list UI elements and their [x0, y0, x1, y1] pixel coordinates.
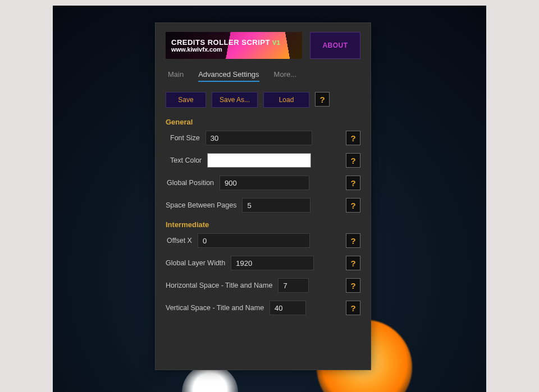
global-layer-width-input[interactable]: [231, 256, 314, 270]
horizontal-space-help-button[interactable]: ?: [346, 278, 360, 293]
text-color-help-button[interactable]: ?: [346, 153, 360, 168]
vertical-space-label: Vertical Space - Title and Name: [166, 304, 264, 312]
space-between-pages-label: Space Between Pages: [166, 201, 236, 209]
offset-x-label: Offset X: [167, 237, 192, 245]
section-title-intermediate: Intermediate: [166, 220, 360, 229]
space-between-pages-input[interactable]: [242, 198, 310, 213]
tab-main[interactable]: Main: [168, 70, 184, 82]
product-logo: CREDITS ROLLER SCRIPT v1 www.kiwivfx.com: [166, 32, 302, 59]
background-stage: CREDITS ROLLER SCRIPT v1 www.kiwivfx.com…: [53, 6, 486, 392]
tab-advanced-settings[interactable]: Advanced Settings: [198, 70, 259, 82]
product-title: CREDITS ROLLER SCRIPT: [171, 38, 270, 47]
global-layer-width-help-button[interactable]: ?: [346, 256, 360, 270]
horizontal-space-input[interactable]: [278, 278, 309, 293]
font-size-input[interactable]: [205, 131, 312, 145]
global-layer-width-label: Global Layer Width: [166, 259, 225, 267]
product-site: www.kiwivfx.com: [171, 46, 296, 53]
save-as-button[interactable]: Save As...: [212, 92, 258, 108]
global-position-help-button[interactable]: ?: [346, 176, 360, 190]
font-size-help-button[interactable]: ?: [346, 131, 360, 145]
text-color-swatch[interactable]: [207, 153, 311, 168]
tab-bar: Main Advanced Settings More...: [166, 69, 360, 86]
load-button[interactable]: Load: [263, 92, 309, 108]
space-between-pages-help-button[interactable]: ?: [346, 198, 360, 213]
settings-panel: CREDITS ROLLER SCRIPT v1 www.kiwivfx.com…: [155, 22, 371, 370]
save-button[interactable]: Save: [166, 92, 206, 108]
text-color-label: Text Color: [170, 156, 202, 164]
about-button[interactable]: ABOUT: [310, 32, 360, 59]
section-title-general: General: [166, 118, 360, 126]
offset-x-help-button[interactable]: ?: [346, 233, 360, 248]
font-size-label: Font Size: [170, 134, 200, 142]
product-version: v1: [272, 39, 280, 46]
toolbar-help-button[interactable]: ?: [315, 92, 330, 107]
tab-more[interactable]: More...: [274, 70, 296, 82]
vertical-space-help-button[interactable]: ?: [346, 301, 360, 315]
horizontal-space-label: Horizontal Space - Title and Name: [166, 282, 272, 289]
offset-x-input[interactable]: [198, 233, 310, 248]
action-toolbar: Save Save As... Load ?: [166, 92, 360, 108]
global-position-input[interactable]: [220, 176, 309, 190]
vertical-space-input[interactable]: [270, 301, 306, 315]
global-position-label: Global Position: [167, 179, 214, 187]
